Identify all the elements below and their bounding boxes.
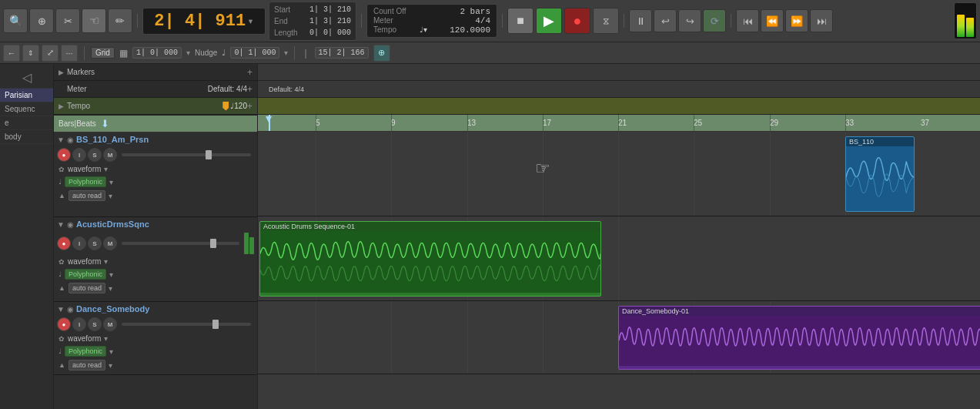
- track1-poly-dropdown[interactable]: ▾: [109, 178, 113, 186]
- track1-fader-thumb: [206, 150, 212, 159]
- markers-expand-icon[interactable]: ▶: [59, 69, 64, 76]
- trim-tool-btn[interactable]: ✂: [55, 8, 80, 33]
- track1-mute-btn[interactable]: ●: [57, 148, 71, 162]
- track2-auto-btn[interactable]: auto read: [69, 283, 105, 293]
- nudge-dropdown-icon[interactable]: ▾: [284, 49, 288, 57]
- track2-poly-dropdown[interactable]: ▾: [109, 270, 113, 279]
- track3-mon-btn[interactable]: M: [103, 317, 117, 331]
- track1-poly-btn[interactable]: Polyphonic: [65, 176, 106, 187]
- scrub-button[interactable]: ⟳: [703, 9, 726, 32]
- track3-poly-dropdown[interactable]: ▾: [109, 347, 113, 356]
- sel-length-row: Length 0| 0| 000: [274, 27, 351, 39]
- track1-solo-btn[interactable]: S: [88, 148, 102, 162]
- nav-arrows: ← ⇕ ⤢ ···: [3, 45, 78, 62]
- session-item-sequence[interactable]: Sequenc: [0, 102, 53, 116]
- track1-collapse-icon[interactable]: ▼: [57, 136, 65, 144]
- track3-solo-btn[interactable]: S: [88, 317, 102, 331]
- track1-fader[interactable]: [122, 153, 251, 156]
- nudge-val[interactable]: 0| 1| 000: [230, 47, 279, 59]
- track1-settings-icon: ✿: [59, 166, 65, 173]
- grid-sep1: [84, 46, 85, 60]
- track2-waveform-dropdown[interactable]: ▾: [104, 257, 108, 266]
- track3-waveform-label: waveform: [68, 334, 101, 343]
- more-btn[interactable]: ···: [61, 45, 78, 62]
- hand-tool-btn[interactable]: ☜: [82, 8, 106, 33]
- track3-poly-btn[interactable]: Polyphonic: [65, 346, 106, 357]
- play-button[interactable]: ▶: [536, 8, 562, 34]
- track1-input-btn[interactable]: I: [72, 148, 86, 162]
- track3-collapse-icon[interactable]: ▼: [57, 305, 65, 313]
- track2-solo-btn[interactable]: S: [88, 236, 102, 250]
- track3-mute-btn[interactable]: ●: [57, 317, 71, 331]
- goto-start-button[interactable]: ⏮: [736, 9, 759, 32]
- bar-number-25: 25: [694, 119, 702, 127]
- sel-end-val[interactable]: 1| 3| 210: [309, 15, 351, 27]
- track1-header: ▼ ◉ BS_110_Am_Prsn: [54, 132, 257, 146]
- track2-settings-icon: ✿: [59, 258, 65, 266]
- grid-dropdown-icon[interactable]: ▾: [186, 49, 190, 57]
- sel-start-val[interactable]: 1| 3| 210: [309, 4, 351, 15]
- count-row: Count Off 2 bars: [373, 7, 490, 16]
- track1-auto-btn[interactable]: auto read: [69, 190, 105, 201]
- markers-add-btn[interactable]: +: [247, 67, 253, 78]
- session-item-body[interactable]: body: [0, 130, 53, 144]
- smart-tool-btn[interactable]: ⊕: [29, 8, 54, 33]
- stop-button[interactable]: ■: [507, 8, 533, 34]
- sel-length-val[interactable]: 0| 0| 000: [309, 27, 351, 39]
- track3-input-btn[interactable]: I: [72, 317, 86, 331]
- track3-waveform-dropdown[interactable]: ▾: [104, 334, 108, 343]
- end-position-val[interactable]: 15| 2| 166: [315, 47, 369, 59]
- track3-fader[interactable]: [122, 323, 251, 326]
- magnifier-tool-btn[interactable]: 🔍: [3, 8, 28, 33]
- track2-collapse-icon[interactable]: ▼: [57, 220, 65, 229]
- bounce-button[interactable]: ↪: [678, 9, 701, 32]
- track2-auto-dropdown[interactable]: ▾: [109, 284, 112, 293]
- track3-auto-icon: ▲: [59, 361, 65, 369]
- track3-clip-dance-somebody[interactable]: Dance_Somebody-01 php: [618, 306, 980, 370]
- track2-audio-icon: ◉: [67, 220, 74, 229]
- track2-input-btn[interactable]: I: [72, 236, 86, 250]
- meter-add-btn[interactable]: +: [247, 84, 253, 95]
- track2-mute-btn[interactable]: ●: [57, 236, 71, 250]
- tool-buttons: 🔍 ⊕ ✂ ☜ ✏: [3, 8, 132, 33]
- record-button[interactable]: ●: [564, 8, 590, 34]
- track2-fader[interactable]: [122, 242, 239, 245]
- goto-end-button[interactable]: ⏭: [810, 9, 833, 32]
- return-to-zero-button[interactable]: ↩: [654, 9, 677, 32]
- track1-waveform-dropdown[interactable]: ▾: [104, 165, 108, 173]
- loop-button[interactable]: ⧖: [593, 8, 619, 34]
- arrow-right-btn[interactable]: ⇕: [22, 45, 39, 62]
- session-item-e[interactable]: e: [0, 116, 53, 130]
- separator4: [624, 14, 624, 28]
- track2-mon-btn[interactable]: M: [103, 236, 117, 250]
- session-item-parisian[interactable]: Parisian: [0, 89, 53, 102]
- track2-poly-icon: ♩: [59, 270, 62, 278]
- nudge-note-icon: ♩: [222, 48, 226, 58]
- track2-poly-btn[interactable]: Polyphonic: [65, 269, 106, 280]
- tempo-val[interactable]: 120.0000: [450, 25, 490, 35]
- selection-info: Start 1| 3| 210 End 1| 3| 210 Length 0| …: [269, 2, 356, 41]
- grid-val1[interactable]: 1| 0| 000: [132, 47, 182, 59]
- rewind-button[interactable]: ⏪: [761, 9, 784, 32]
- track2-sub-row: ✿ waveform ▾: [54, 256, 257, 267]
- track3-auto-dropdown[interactable]: ▾: [109, 361, 112, 370]
- track3-auto-btn[interactable]: auto read: [69, 360, 105, 370]
- tempo-row[interactable]: Tempo ♩▾ 120.0000: [373, 25, 490, 35]
- time-dropdown-icon[interactable]: ▾: [247, 15, 253, 28]
- time-display[interactable]: 2| 4| 911 ▾: [142, 8, 266, 35]
- pencil-tool-btn[interactable]: ✏: [108, 8, 132, 33]
- home-btn[interactable]: ⤢: [42, 45, 59, 62]
- fast-forward-button[interactable]: ⏩: [785, 9, 808, 32]
- track1-mon-btn[interactable]: M: [103, 148, 117, 162]
- track2-clip-acoustic-drums[interactable]: Acoustic Drums Sequence-01: [259, 221, 601, 297]
- loop-end-btn[interactable]: ⊕: [373, 45, 390, 62]
- tempo-expand-icon[interactable]: ▶: [59, 102, 64, 110]
- track1-auto-dropdown[interactable]: ▾: [109, 192, 112, 200]
- pause-button[interactable]: ⏸: [629, 9, 652, 32]
- tempo-add-btn[interactable]: +: [247, 101, 253, 112]
- collapse-session-btn[interactable]: ◁: [0, 67, 53, 89]
- track-row-2: ▼ ◉ AcusticDrmsSqnc ● I S M: [54, 217, 257, 302]
- track-row-3: ▼ ◉ Dance_Somebody ● I S M ✿ waveform ▾: [54, 302, 257, 375]
- track1-clip-bs110[interactable]: BS_110: [845, 136, 915, 212]
- arrow-left-btn[interactable]: ←: [3, 45, 20, 62]
